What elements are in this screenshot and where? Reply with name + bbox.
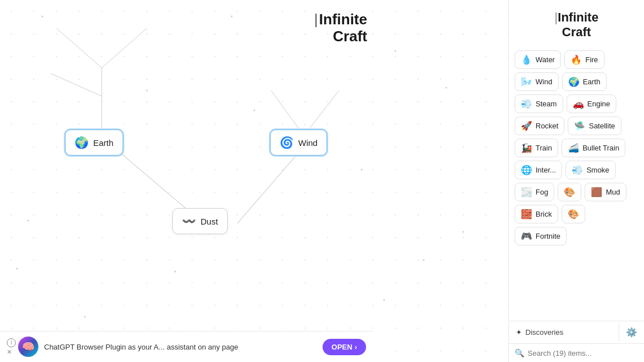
settings-icon: ⚙️ [626,327,637,338]
sidebar-item-fog[interactable]: 🌫️ Fog [515,183,554,201]
banner-info-icon[interactable]: i [7,338,16,347]
sidebar-item-steam[interactable]: 💨 Steam [515,94,563,113]
sidebar-item-engine[interactable]: 🚗 Engine [567,94,616,113]
mud-emoji: 🟫 [591,187,602,197]
element-earth[interactable]: 🌍 Earth [65,130,123,156]
steam-emoji: 💨 [521,98,532,109]
sidebar: |InfiniteCraft 💧 Water 🔥 Fire 🌬️ Wind 🌍 … [508,0,644,362]
sidebar-item-extra1[interactable]: 🎨 [558,183,581,201]
satellite-label: Satellite [589,122,615,130]
wind2-emoji: 🌬️ [521,76,532,87]
sidebar-logo: |InfiniteCraft [518,10,635,40]
svg-point-19 [84,316,86,318]
fortnite-label: Fortnite [536,232,560,240]
svg-line-7 [271,90,304,136]
search-row: 🔍 [509,344,644,362]
extra2-emoji: 🎨 [568,209,579,219]
fog-emoji: 🌫️ [521,187,532,197]
sidebar-item-satellite[interactable]: 🛸 Satellite [568,117,621,135]
rocket-label: Rocket [536,122,558,130]
internet-label: Inter... [536,166,556,174]
logo-pipe: | [314,11,318,28]
sidebar-item-fortnite[interactable]: 🎮 Fortnite [515,227,567,245]
fire-label: Fire [585,55,598,64]
sidebar-header: |InfiniteCraft [509,0,644,46]
sidebar-item-internet[interactable]: 🌐 Inter... [515,161,562,179]
earth-label: Earth [93,138,114,148]
svg-point-13 [361,169,363,171]
earth2-label: Earth [583,77,601,86]
svg-point-9 [231,16,233,18]
svg-point-15 [28,220,29,222]
rocket-emoji: 🚀 [521,120,532,131]
bullettrain-emoji: 🚄 [568,143,579,153]
svg-point-18 [384,299,385,301]
svg-line-6 [304,90,339,136]
svg-line-4 [56,28,102,68]
canvas-logo: |InfiniteCraft [314,11,367,45]
svg-point-21 [463,231,464,233]
steam-label: Steam [536,100,557,108]
discoveries-icon: ✦ [516,328,522,337]
sidebar-item-smoke[interactable]: 💨 Smoke [565,161,615,179]
logo-text: |InfiniteCraft [314,11,367,45]
bottom-banner: i ✕ 🧠 ChatGPT Browser Plugin as your A..… [0,331,373,362]
banner-open-button[interactable]: OPEN › [323,339,366,355]
extra1-emoji: 🎨 [564,187,575,197]
svg-line-1 [237,146,304,223]
banner-close-icon[interactable]: ✕ [7,348,12,356]
banner-icons-group: i ✕ 🧠 [7,337,38,357]
internet-emoji: 🌐 [521,165,532,175]
sidebar-item-extra2[interactable]: 🎨 [562,205,585,223]
sidebar-bottom-bar: ✦ Discoveries ⚙️ 🔍 [509,321,644,362]
brick-label: Brick [536,210,552,218]
wind-label: Wind [298,138,317,148]
sidebar-item-mud[interactable]: 🟫 Mud [585,183,626,201]
discoveries-button[interactable]: ✦ Discoveries [509,322,619,342]
smoke-emoji: 💨 [572,165,583,175]
fortnite-emoji: 🎮 [521,231,532,242]
earth-emoji: 🌍 [75,136,89,149]
items-grid: 💧 Water 🔥 Fire 🌬️ Wind 🌍 Earth 💨 Steam 🚗… [509,46,644,321]
svg-point-14 [423,260,425,261]
earth2-emoji: 🌍 [568,76,580,87]
satellite-emoji: 🛸 [574,120,585,131]
svg-point-17 [175,271,176,273]
svg-point-20 [16,268,18,270]
canvas-area: |InfiniteCraft 🌍 Earth [0,0,508,362]
svg-point-16 [446,87,447,89]
banner-text: ChatGPT Browser Plugin as your A... assi… [44,343,317,351]
banner-logo: 🧠 [18,337,38,357]
water-label: Water [536,55,555,64]
sidebar-settings-button[interactable]: ⚙️ [619,321,644,343]
water-emoji: 💧 [521,54,532,65]
element-dust[interactable]: 〰️ Dust [172,208,228,234]
sidebar-item-bullettrain[interactable]: 🚄 Bullet Train [562,139,625,157]
svg-point-10 [395,50,397,52]
element-wind[interactable]: 🌀 Wind [270,130,327,156]
engine-label: Engine [588,100,610,108]
sidebar-item-wind-extra[interactable]: 🌬️ Wind [515,72,559,91]
fog-label: Fog [536,188,548,196]
sidebar-item-brick[interactable]: 🧱 Brick [515,205,558,223]
brick-emoji: 🧱 [521,209,532,219]
sidebar-item-water[interactable]: 💧 Water [515,50,561,69]
engine-emoji: 🚗 [573,98,584,109]
connector-lines [0,0,508,362]
search-input[interactable] [528,349,638,357]
svg-line-3 [102,28,147,68]
svg-point-8 [42,16,43,18]
wind2-label: Wind [536,77,552,86]
sidebar-item-earth2[interactable]: 🌍 Earth [562,72,607,91]
dust-label: Dust [201,217,218,226]
svg-point-12 [254,110,255,111]
search-icon: 🔍 [515,348,524,357]
svg-point-11 [146,90,148,92]
train-label: Train [536,144,552,152]
svg-line-5 [51,74,102,96]
sidebar-item-rocket[interactable]: 🚀 Rocket [515,117,564,135]
sidebar-item-train[interactable]: 🚂 Train [515,139,558,157]
bullettrain-label: Bullet Train [582,144,619,152]
sidebar-item-fire[interactable]: 🔥 Fire [564,50,604,69]
discoveries-label: Discoveries [525,328,563,337]
